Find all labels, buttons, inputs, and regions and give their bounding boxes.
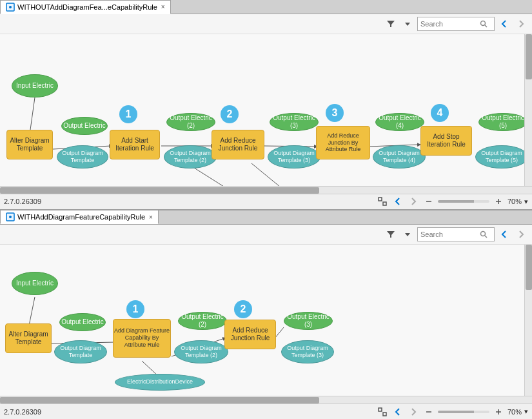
- top-tab-close[interactable]: ×: [161, 3, 165, 10]
- top-horizontal-scrollbar[interactable]: [0, 186, 532, 194]
- node-add-reduce[interactable]: Add Reduce Junction Rule: [212, 130, 264, 159]
- bottom-status-right: 70% ▾: [376, 406, 528, 418]
- node-out-diagram-3[interactable]: Output Diagram Template (4): [373, 145, 426, 169]
- bottom-node-out-electric-2[interactable]: Output Electric (3): [284, 312, 333, 330]
- node-num-1: 1: [119, 105, 137, 123]
- top-hscroll-thumb[interactable]: [0, 187, 319, 194]
- bottom-node-out-diagram-2[interactable]: Output Diagram Template (3): [281, 340, 334, 363]
- node-alter-diagram[interactable]: Alter Diagram Template: [6, 130, 53, 159]
- svg-line-5: [485, 25, 487, 27]
- bottom-fit-view-icon: [377, 407, 388, 417]
- bottom-node-alter-diagram[interactable]: Alter Diagram Template: [5, 323, 52, 353]
- diagram-icon-bottom: [6, 212, 15, 221]
- top-tab-bar: WITHOUTAddDiagramFea...eCapabilityRule ×: [0, 0, 532, 14]
- filter-button[interactable]: [384, 17, 398, 31]
- bottom-filter-dropdown-button[interactable]: [400, 227, 415, 241]
- bottom-node-add-reduce[interactable]: Add Reduce Junction Rule: [224, 320, 276, 349]
- svg-rect-29: [379, 408, 382, 411]
- svg-marker-20: [387, 231, 395, 238]
- bottom-zoom-label: 70%: [507, 408, 522, 416]
- node-out-diagram-4[interactable]: Output Diagram Template (5): [475, 145, 528, 169]
- bottom-node-out-electric-1[interactable]: Output Electric (2): [178, 312, 227, 330]
- bottom-zoom-plus-icon: [495, 408, 502, 416]
- svg-rect-13: [379, 198, 382, 201]
- bottom-hscroll-thumb[interactable]: [0, 397, 319, 404]
- node-input-electric[interactable]: Input Electric: [12, 74, 58, 97]
- node-out-electric-0[interactable]: Output Electric: [61, 117, 108, 135]
- zoom-slider[interactable]: [438, 200, 489, 203]
- zoom-dropdown-button[interactable]: ▾: [524, 198, 528, 206]
- fit-view-icon: [377, 196, 388, 207]
- bottom-node-out-electric-0[interactable]: Output Electric: [59, 313, 106, 331]
- bottom-toolbar: [0, 225, 532, 245]
- bottom-zoom-back-button[interactable]: [391, 406, 404, 418]
- bottom-node-input-electric[interactable]: Input Electric: [12, 272, 58, 295]
- bottom-node-num-2: 2: [234, 300, 252, 318]
- svg-marker-21: [405, 233, 410, 236]
- bottom-zoom-dropdown-button[interactable]: ▾: [524, 407, 528, 416]
- node-add-stop[interactable]: Add Stop Iteration Rule: [420, 126, 472, 156]
- bottom-diagram-canvas[interactable]: Input Electric Alter Diagram Template Ou…: [0, 245, 532, 396]
- top-tab[interactable]: WITHOUTAddDiagramFea...eCapabilityRule ×: [0, 0, 171, 14]
- node-out-electric-3[interactable]: Output Electric (4): [375, 113, 424, 131]
- svg-line-27: [275, 327, 284, 338]
- node-out-electric-1[interactable]: Output Electric (2): [166, 113, 215, 131]
- node-out-electric-2[interactable]: Output Electric (3): [270, 113, 319, 131]
- bottom-tab-close[interactable]: ×: [149, 214, 153, 221]
- bottom-zoom-plus-button[interactable]: [492, 406, 505, 418]
- bottom-zoom-slider[interactable]: [438, 411, 489, 413]
- bottom-arrow-left-icon: [500, 230, 509, 239]
- svg-line-23: [485, 236, 487, 238]
- zoom-forward-button[interactable]: [407, 196, 420, 207]
- bottom-filter-button[interactable]: [384, 227, 398, 241]
- arrow-left-icon: [500, 19, 509, 28]
- bottom-tab-label: WITHAddDiagramFeatureCapabilityRule: [17, 213, 145, 221]
- top-search-input[interactable]: [420, 20, 478, 28]
- bottom-fit-view-button[interactable]: [376, 406, 389, 418]
- bottom-node-out-diagram-1[interactable]: Output Diagram Template (2): [174, 340, 228, 363]
- bottom-search-input[interactable]: [420, 230, 478, 238]
- bottom-zoom-minus-button[interactable]: [422, 406, 435, 418]
- zoom-minus-button[interactable]: [422, 196, 435, 207]
- top-diagram-canvas[interactable]: Input Electric Alter Diagram Template Ou…: [0, 34, 532, 186]
- node-add-start[interactable]: Add Start Iteration Rule: [110, 130, 160, 159]
- bottom-node-elec-dist[interactable]: ElectricDistributionDevice: [115, 374, 205, 391]
- filter-icon: [386, 19, 395, 28]
- node-add-reduce-jba[interactable]: Add Reduce Junction By Attribute Rule: [316, 126, 370, 159]
- bottom-search-icon: [480, 230, 488, 238]
- bottom-nav-forward-button[interactable]: [514, 227, 528, 241]
- filter-dropdown-button[interactable]: [400, 17, 415, 31]
- top-version: 2.7.0.26309: [4, 198, 41, 205]
- bottom-filter-icon: [386, 230, 395, 239]
- zoom-back-icon: [393, 197, 402, 206]
- search-icon: [480, 20, 488, 28]
- bottom-tab[interactable]: WITHAddDiagramFeatureCapabilityRule ×: [0, 210, 159, 224]
- node-out-diagram-2[interactable]: Output Diagram Template (3): [268, 145, 320, 169]
- node-out-diagram-1[interactable]: Output Diagram Template (2): [164, 145, 217, 169]
- top-status-right: 70% ▾: [376, 196, 528, 207]
- zoom-back-button[interactable]: [391, 196, 404, 207]
- svg-point-1: [9, 6, 12, 8]
- fit-view-button[interactable]: [376, 196, 389, 207]
- top-search-box[interactable]: [417, 17, 495, 31]
- node-out-electric-4[interactable]: Output Electric (5): [478, 113, 527, 131]
- bottom-nav-back-button[interactable]: [497, 227, 511, 241]
- bottom-vscroll-thumb[interactable]: [526, 245, 532, 290]
- bottom-horizontal-scrollbar[interactable]: [0, 396, 532, 404]
- bottom-node-out-diagram-0[interactable]: Output Diagram Template: [54, 340, 107, 363]
- bottom-vertical-scrollbar[interactable]: [524, 245, 532, 396]
- bottom-canvas-row: Input Electric Alter Diagram Template Ou…: [0, 245, 532, 396]
- top-vertical-scrollbar[interactable]: [524, 34, 532, 186]
- zoom-plus-button[interactable]: [492, 196, 505, 207]
- bottom-node-add-diag-feat[interactable]: Add Diagram Feature Capability By Attrib…: [113, 319, 171, 358]
- top-vscroll-thumb[interactable]: [526, 34, 532, 79]
- bottom-version: 2.7.0.26309: [4, 408, 41, 416]
- node-out-diagram-0[interactable]: Output Diagram Template: [57, 145, 108, 169]
- top-status-bar: 2.7.0.26309: [0, 194, 532, 209]
- bottom-zoom-forward-button[interactable]: [407, 406, 420, 418]
- bottom-arrow-right-icon: [517, 230, 526, 239]
- bottom-search-box[interactable]: [417, 227, 495, 241]
- nav-back-button[interactable]: [497, 17, 511, 31]
- nav-forward-button[interactable]: [514, 17, 528, 31]
- top-tab-label: WITHOUTAddDiagramFea...eCapabilityRule: [17, 3, 157, 11]
